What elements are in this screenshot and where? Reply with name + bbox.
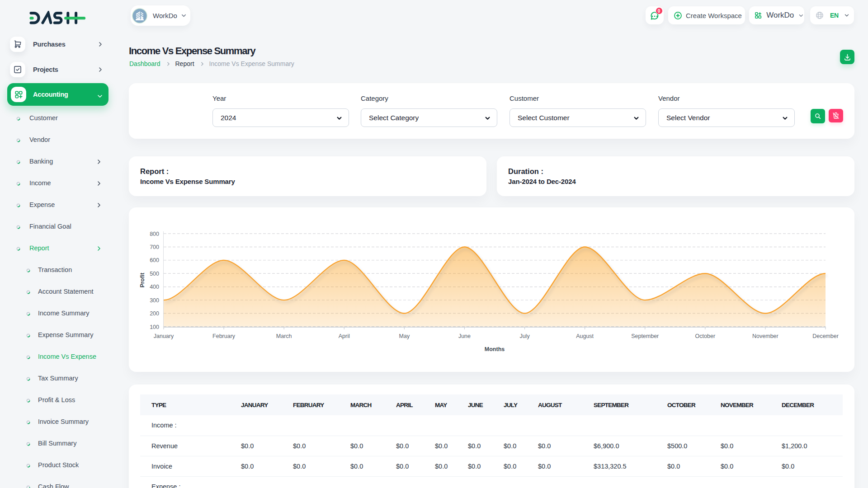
svg-text:April: April <box>339 333 350 339</box>
svg-text:February: February <box>212 333 236 339</box>
svg-text:300: 300 <box>150 297 159 304</box>
svg-text:400: 400 <box>150 284 159 290</box>
svg-text:500: 500 <box>150 271 159 277</box>
svg-text:September: September <box>631 333 659 339</box>
svg-text:January: January <box>154 333 174 339</box>
svg-text:June: June <box>458 333 471 339</box>
svg-text:Months: Months <box>485 346 505 352</box>
svg-text:100: 100 <box>150 324 159 330</box>
svg-text:600: 600 <box>150 257 159 263</box>
svg-text:December: December <box>812 333 839 339</box>
svg-text:November: November <box>752 333 778 339</box>
svg-text:July: July <box>519 333 530 339</box>
svg-text:August: August <box>576 333 594 339</box>
svg-text:October: October <box>695 333 715 339</box>
svg-text:700: 700 <box>150 244 159 250</box>
svg-text:200: 200 <box>150 310 159 317</box>
svg-text:March: March <box>276 333 292 339</box>
svg-text:May: May <box>399 333 410 339</box>
svg-text:Profit: Profit <box>139 272 146 287</box>
svg-text:800: 800 <box>150 231 159 237</box>
